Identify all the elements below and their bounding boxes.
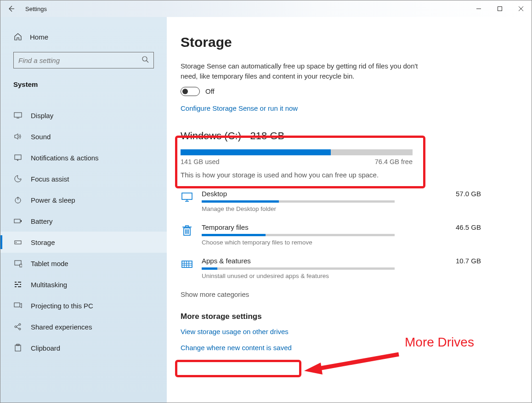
sidebar-item-label: Focus assist <box>31 175 69 183</box>
sidebar-item-focus[interactable]: Focus assist <box>0 168 167 189</box>
storage-category-trash[interactable]: Temporary files46.5 GBChoose which tempo… <box>181 223 481 246</box>
svg-line-5 <box>147 61 148 62</box>
search-input[interactable] <box>18 57 141 64</box>
category-name: Temporary files <box>202 223 249 231</box>
category-bar <box>202 267 395 270</box>
svg-rect-6 <box>14 113 22 117</box>
more-settings-heading: More storage settings <box>181 312 481 321</box>
tablet-icon <box>13 259 23 267</box>
svg-rect-16 <box>20 264 22 267</box>
sidebar-item-label: Tablet mode <box>31 260 68 267</box>
sidebar-item-sound[interactable]: Sound <box>0 126 167 147</box>
category-subtext: Choose which temporary files to remove <box>202 239 481 246</box>
svg-point-14 <box>16 242 17 243</box>
sidebar-item-label: Storage <box>31 238 55 246</box>
category-name: Desktop <box>202 190 227 198</box>
category-bar <box>202 234 395 236</box>
maximize-button[interactable] <box>489 0 510 17</box>
view-other-drives-link[interactable]: View storage usage on other drives <box>181 328 481 335</box>
sidebar: Home System DisplaySoundNotifications & … <box>0 17 167 403</box>
category-heading: System <box>0 77 167 95</box>
home-label: Home <box>30 33 48 41</box>
category-size: 46.5 GB <box>456 223 481 231</box>
drive-title: Windows (C:) - 218 GB <box>181 130 481 142</box>
drive-used-label: 141 GB used <box>181 158 220 165</box>
sidebar-item-label: Projecting to this PC <box>31 302 93 310</box>
svg-rect-11 <box>14 219 20 223</box>
usage-hint: This is how your storage is used and how… <box>181 171 481 179</box>
clipboard-icon <box>13 344 23 352</box>
svg-rect-39 <box>182 261 192 267</box>
sidebar-item-label: Display <box>31 112 53 119</box>
storage-sense-toggle[interactable] <box>181 87 200 96</box>
apps-icon <box>181 258 193 271</box>
toggle-state-label: Off <box>205 87 215 95</box>
sidebar-item-shared[interactable]: Shared experiences <box>0 316 167 337</box>
minimize-button[interactable] <box>468 0 489 17</box>
sidebar-item-label: Power & sleep <box>31 196 75 204</box>
storage-category-desktop[interactable]: Desktop57.0 GBManage the Desktop folder <box>181 190 481 212</box>
sidebar-item-label: Battery <box>31 217 53 225</box>
sound-icon <box>13 132 23 141</box>
category-size: 10.7 GB <box>456 257 481 265</box>
window-title: Settings <box>25 6 47 12</box>
sidebar-item-projecting[interactable]: Projecting to this PC <box>0 295 167 316</box>
svg-rect-23 <box>14 303 20 307</box>
close-button[interactable] <box>510 0 532 17</box>
focus-icon <box>13 175 23 183</box>
category-subtext: Uninstall unused or undesired apps & fea… <box>202 272 481 279</box>
multitask-icon <box>13 280 23 289</box>
desktop-icon <box>181 191 193 204</box>
storage-category-apps[interactable]: Apps & features10.7 GBUninstall unused o… <box>181 257 481 279</box>
drive-free-label: 76.4 GB free <box>375 158 413 165</box>
category-size: 57.0 GB <box>456 190 481 198</box>
storage-sense-description: Storage Sense can automatically free up … <box>181 61 419 81</box>
svg-rect-31 <box>182 193 192 199</box>
sidebar-item-label: Clipboard <box>31 344 60 352</box>
page-title: Storage <box>181 34 481 50</box>
sidebar-item-label: Notifications & actions <box>31 154 99 162</box>
display-icon <box>13 111 23 119</box>
svg-point-24 <box>15 326 17 328</box>
back-button[interactable] <box>0 0 22 17</box>
sidebar-item-multitask[interactable]: Multitasking <box>0 274 167 295</box>
svg-rect-8 <box>15 155 21 159</box>
show-more-categories[interactable]: Show more categories <box>181 290 481 298</box>
power-icon <box>13 196 23 204</box>
sidebar-item-battery[interactable]: Battery <box>0 210 167 232</box>
svg-point-25 <box>19 324 21 325</box>
sidebar-item-label: Sound <box>31 133 51 141</box>
shared-icon <box>13 323 23 331</box>
drive-section: Windows (C:) - 218 GB 141 GB used 76.4 G… <box>181 130 481 165</box>
category-subtext: Manage the Desktop folder <box>202 205 481 212</box>
sidebar-item-clipboard[interactable]: Clipboard <box>0 337 167 358</box>
category-name: Apps & features <box>202 257 251 265</box>
sidebar-item-storage[interactable]: Storage <box>0 232 167 253</box>
svg-point-26 <box>19 328 21 330</box>
notifications-icon <box>13 153 23 162</box>
svg-point-4 <box>142 57 147 61</box>
home-link[interactable]: Home <box>0 29 167 52</box>
configure-storage-sense-link[interactable]: Configure Storage Sense or run it now <box>181 104 298 112</box>
sidebar-item-notifications[interactable]: Notifications & actions <box>0 147 167 168</box>
svg-rect-1 <box>498 7 502 11</box>
sidebar-item-label: Shared experiences <box>31 323 92 331</box>
annotation-text: More Drives <box>405 335 474 350</box>
trash-icon <box>181 224 193 237</box>
search-input-wrapper[interactable] <box>13 52 154 68</box>
sidebar-item-power[interactable]: Power & sleep <box>0 189 167 210</box>
svg-line-28 <box>17 327 19 329</box>
svg-line-27 <box>17 325 19 326</box>
storage-icon <box>13 238 23 246</box>
home-icon <box>13 33 23 41</box>
category-bar <box>202 200 395 203</box>
drive-usage-bar <box>181 149 413 155</box>
sidebar-item-tablet[interactable]: Tablet mode <box>0 253 167 274</box>
sidebar-item-label: Multitasking <box>31 281 67 289</box>
svg-rect-29 <box>15 345 21 351</box>
svg-rect-12 <box>21 220 22 222</box>
main-content: Storage Storage Sense can automatically … <box>167 17 532 403</box>
search-icon <box>141 56 149 65</box>
projecting-icon <box>13 301 23 310</box>
sidebar-item-display[interactable]: Display <box>0 105 167 126</box>
